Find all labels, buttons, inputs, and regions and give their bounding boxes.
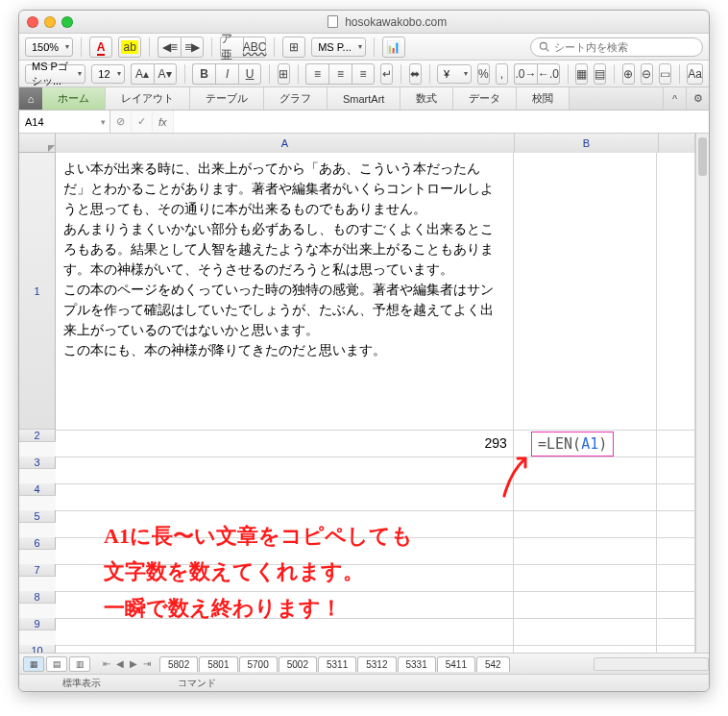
zoom-button[interactable]	[61, 16, 73, 28]
accept-formula-button[interactable]: ✓	[132, 111, 153, 133]
comma-button[interactable]: ,	[496, 63, 508, 85]
window-title: hosokawakobo.com	[73, 15, 701, 29]
cell-b5[interactable]	[513, 510, 656, 537]
row-header-9[interactable]: 9	[19, 618, 56, 630]
font-size-dropdown[interactable]: 12	[91, 64, 124, 84]
percent-button[interactable]: %	[477, 63, 490, 85]
horizontal-scrollbar[interactable]	[594, 657, 709, 671]
sheet-search[interactable]	[530, 37, 703, 57]
insert-button[interactable]: ⊕	[622, 63, 635, 85]
row-header-6[interactable]: 6	[19, 537, 56, 550]
bold-button[interactable]: B	[192, 63, 215, 85]
increase-decimal-button[interactable]: .0→	[514, 63, 537, 85]
tab-layout[interactable]: レイアウト	[106, 87, 190, 110]
row-header-7[interactable]: 7	[19, 564, 56, 577]
tab-review[interactable]: 校閲	[517, 87, 570, 110]
cell-a2[interactable]: 293	[56, 430, 513, 457]
align-center-button[interactable]: ≡	[328, 63, 352, 85]
vertical-scrollbar[interactable]	[695, 134, 709, 653]
column-header-b[interactable]: B	[515, 134, 659, 153]
italic-button[interactable]: I	[215, 63, 238, 85]
align-right-button[interactable]: ≡	[352, 63, 375, 85]
fx-label[interactable]: fx	[153, 116, 173, 128]
view-pagebreak-button[interactable]: ▥	[69, 656, 90, 672]
view-pagelayout-button[interactable]: ▤	[46, 656, 67, 672]
conditional-format-button[interactable]: ▦	[575, 63, 588, 85]
cell-b10[interactable]	[513, 645, 656, 653]
sheet-prev-button[interactable]: ◀	[113, 658, 127, 669]
number-format-dropdown[interactable]: ¥	[437, 64, 472, 84]
table-style-button[interactable]: ▤	[594, 63, 606, 85]
cell-b8[interactable]	[513, 591, 656, 618]
cell-b1[interactable]	[513, 153, 656, 430]
cell-a10[interactable]	[56, 645, 513, 653]
chart-button[interactable]: 📊	[382, 37, 405, 58]
select-all-corner[interactable]	[19, 134, 56, 153]
align-left-button[interactable]: ≡	[305, 63, 328, 85]
home-icon[interactable]: ⌂	[19, 87, 42, 110]
underline-button[interactable]: U	[238, 63, 261, 85]
row-header-8[interactable]: 8	[19, 591, 56, 604]
sheet-tab[interactable]: 5311	[318, 656, 356, 672]
font-name-dropdown[interactable]: MS Pゴシッ...	[25, 64, 85, 84]
toolbar-formatting-2: MS Pゴシッ... 12 A▴ A▾ B I U ⊞ ≡ ≡ ≡ ↵ ⬌ ¥ …	[19, 61, 709, 87]
borders-button[interactable]: ⊞	[278, 63, 290, 85]
decrease-decimal-button[interactable]: ←.0	[537, 63, 560, 85]
themes-button[interactable]: Aa	[687, 63, 703, 85]
increase-font-button[interactable]: A▴	[131, 63, 154, 85]
row-header-4[interactable]: 4	[19, 483, 56, 496]
ribbon-expand-button[interactable]: ^	[663, 87, 686, 110]
spell-button[interactable]: ABC	[243, 37, 266, 58]
grid-toggle-button[interactable]: ⊞	[282, 37, 305, 58]
sheet-tab[interactable]: 5411	[437, 656, 475, 672]
formula-bar[interactable]	[173, 111, 709, 133]
sheet-tab[interactable]: 5700	[239, 656, 278, 672]
search-input[interactable]	[554, 41, 694, 53]
row-header-2[interactable]: 2	[19, 430, 56, 442]
sheet-tab[interactable]: 5002	[279, 656, 317, 672]
tab-formulas[interactable]: 数式	[400, 87, 453, 110]
row-header-3[interactable]: 3	[19, 457, 56, 469]
cell-a3[interactable]	[56, 457, 513, 483]
increase-indent-button[interactable]: ≡▶	[181, 37, 204, 58]
sheet-last-button[interactable]: ⇥	[140, 658, 154, 669]
wrap-text-button[interactable]: ↵	[380, 63, 393, 85]
zoom-dropdown[interactable]: 150%	[25, 37, 73, 57]
sheet-tab[interactable]: 5312	[357, 656, 396, 672]
ribbon-settings-button[interactable]: ⚙	[686, 87, 709, 110]
cell-b7[interactable]	[513, 564, 656, 591]
tab-tables[interactable]: テーブル	[190, 87, 264, 110]
cell-b6[interactable]	[513, 537, 656, 564]
row-header-1[interactable]: 1	[19, 153, 56, 430]
sheet-first-button[interactable]: ⇤	[100, 658, 113, 669]
name-box[interactable]: A14	[19, 111, 110, 133]
font-color-button[interactable]: A	[89, 37, 112, 58]
close-button[interactable]	[27, 16, 38, 28]
sheet-tab[interactable]: 5331	[398, 656, 436, 672]
phonetic-button[interactable]: ア亜	[220, 37, 243, 58]
decrease-font-button[interactable]: A▾	[154, 63, 177, 85]
tab-home[interactable]: ホーム	[42, 87, 106, 110]
row-header-10[interactable]: 10	[19, 645, 56, 653]
format-button[interactable]: ▭	[659, 63, 671, 85]
decrease-indent-button[interactable]: ◀≡	[158, 37, 181, 58]
view-normal-button[interactable]: ▦	[23, 656, 44, 672]
delete-button[interactable]: ⊖	[641, 63, 653, 85]
cell-a1[interactable]: よい本が出来る時に、出来上がってから「ああ、こういう本だったんだ」とわかることが…	[56, 153, 513, 430]
cell-a4[interactable]	[56, 483, 513, 510]
sheet-tab[interactable]: 5801	[199, 656, 237, 672]
column-header-a[interactable]: A	[56, 134, 515, 153]
tab-smartart[interactable]: SmartArt	[328, 87, 400, 110]
sheet-tab[interactable]: 542	[476, 656, 510, 672]
row-header-5[interactable]: 5	[19, 510, 56, 523]
cancel-formula-button[interactable]: ⊘	[110, 111, 132, 133]
minimize-button[interactable]	[44, 16, 56, 28]
tab-charts[interactable]: グラフ	[264, 87, 328, 110]
sheet-next-button[interactable]: ▶	[127, 658, 140, 669]
sheet-tab[interactable]: 5802	[159, 656, 198, 672]
font-preset-dropdown[interactable]: MS P...	[311, 37, 366, 57]
fill-color-button[interactable]: ab	[118, 37, 141, 58]
tab-data[interactable]: データ	[453, 87, 517, 110]
cell-b9[interactable]	[513, 618, 656, 645]
merge-button[interactable]: ⬌	[409, 63, 422, 85]
